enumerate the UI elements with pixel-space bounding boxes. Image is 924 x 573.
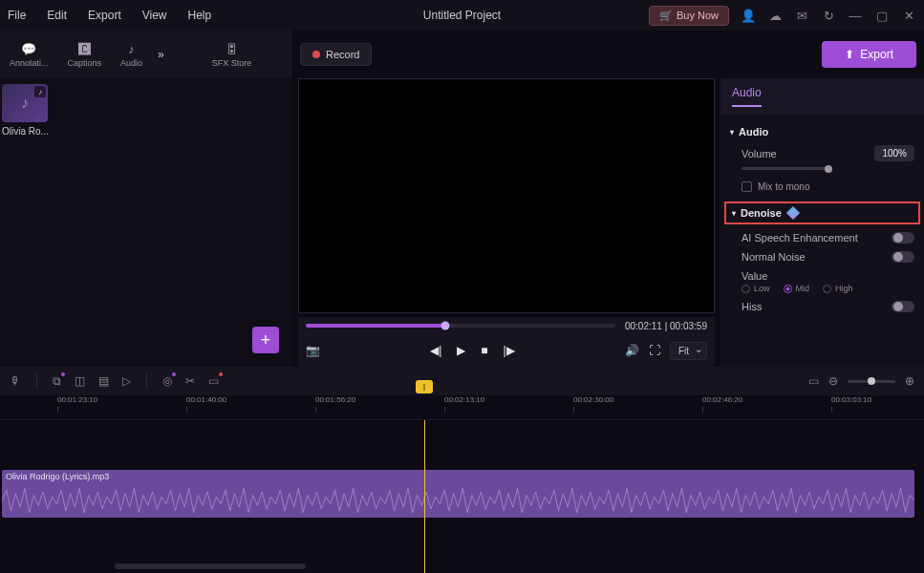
- hiss-toggle[interactable]: [892, 301, 914, 312]
- tab-audio[interactable]: ♪ Audio: [111, 38, 152, 72]
- fullscreen-icon[interactable]: ⛶: [649, 344, 660, 357]
- sfx-icon: 🎛: [226, 42, 238, 56]
- media-panel: ♪ Olivia Ro... +: [0, 78, 292, 367]
- music-badge-icon: ♪: [34, 86, 46, 97]
- zoom-out-icon[interactable]: ⊖: [828, 374, 838, 388]
- preview-progress-bar[interactable]: 00:02:11 | 00:03:59: [298, 317, 715, 334]
- next-frame-icon[interactable]: |▶: [504, 344, 515, 357]
- annotation-icon: 💬: [21, 42, 36, 56]
- maximize-icon[interactable]: ▢: [874, 8, 890, 23]
- section-denoise[interactable]: ▾ Denoise: [724, 202, 920, 224]
- radio-mid[interactable]: [784, 285, 792, 293]
- export-button[interactable]: ⬆ Export: [822, 41, 916, 68]
- radio-high-label: High: [835, 284, 853, 293]
- tab-label: Audio: [120, 58, 142, 68]
- waveform: [2, 483, 914, 518]
- mix-to-mono-label: Mix to mono: [758, 181, 809, 192]
- caret-down-icon: ▾: [730, 128, 734, 137]
- radio-low[interactable]: [741, 285, 750, 293]
- prev-frame-icon[interactable]: ◀|: [430, 344, 441, 357]
- cloud-icon[interactable]: ☁: [767, 8, 783, 23]
- tab-captions[interactable]: 🅲 Captions: [58, 38, 112, 72]
- mail-icon[interactable]: ✉: [794, 8, 809, 23]
- timeline-tracks[interactable]: ‖ Olivia Rodrigo (Lyrics).mp3: [0, 420, 924, 573]
- tab-label: SFX Store: [212, 58, 252, 68]
- marker-icon[interactable]: ▭: [808, 374, 819, 388]
- main-area: ♪ Olivia Ro... + 00:02:11 | 00:03:59 📷 ◀…: [0, 78, 924, 367]
- value-label: Value: [741, 270, 767, 282]
- close-icon[interactable]: ✕: [901, 8, 916, 23]
- zoom-fit-select[interactable]: Fit: [670, 342, 707, 360]
- ai-speech-toggle[interactable]: [892, 232, 914, 244]
- menu-view[interactable]: View: [142, 9, 167, 22]
- volume-label: Volume: [741, 148, 777, 159]
- cut-icon[interactable]: ✂: [185, 374, 195, 388]
- tool-6-icon[interactable]: ▭: [208, 374, 219, 388]
- tool-3-icon[interactable]: ▤: [98, 374, 109, 388]
- media-item-label: Olivia Ro...: [2, 126, 292, 137]
- record-button[interactable]: Record: [300, 43, 372, 66]
- preview-total-time: 00:03:59: [670, 321, 707, 331]
- normal-noise-label: Normal Noise: [741, 251, 806, 263]
- mic-icon[interactable]: 🎙: [10, 374, 21, 388]
- record-label: Record: [326, 49, 359, 60]
- ruler-mark: 00:01:56:20: [315, 395, 355, 404]
- timeline-toolbar: 🎙 ⧉ ◫ ▤ ▷ ◎ ✂ ▭ ▭ ⊖ ⊕: [0, 367, 924, 395]
- clip-title: Olivia Rodrigo (Lyrics).mp3: [6, 472, 109, 481]
- tool-4-icon[interactable]: ▷: [122, 374, 131, 388]
- media-thumbnail[interactable]: ♪: [2, 84, 48, 122]
- menu-help[interactable]: Help: [188, 9, 212, 22]
- tab-sfx-store[interactable]: 🎛 SFX Store: [203, 38, 262, 72]
- secondary-toolbar: 💬 Annotati... 🅲 Captions ♪ Audio » 🎛 SFX…: [0, 31, 924, 78]
- captions-icon: 🅲: [78, 42, 91, 56]
- caret-down-icon: ▾: [732, 209, 736, 218]
- radio-low-label: Low: [754, 284, 770, 293]
- snapshot-icon[interactable]: 📷: [306, 344, 320, 357]
- mix-to-mono-checkbox[interactable]: [741, 181, 752, 192]
- account-icon[interactable]: 👤: [741, 8, 756, 23]
- timeline-ruler[interactable]: 00:01:23:10 00:01:40:00 00:01:56:20 00:0…: [0, 395, 924, 420]
- normal-noise-toggle[interactable]: [892, 251, 914, 263]
- tool-2-icon[interactable]: ◫: [75, 374, 85, 388]
- zoom-slider[interactable]: [848, 380, 895, 383]
- section-label: Denoise: [741, 207, 782, 219]
- volume-icon[interactable]: 🔊: [625, 344, 639, 357]
- tab-annotations[interactable]: 💬 Annotati...: [0, 38, 58, 72]
- ruler-mark: 00:02:46:20: [702, 395, 742, 404]
- audio-icon: ♪: [128, 42, 135, 56]
- zoom-in-icon[interactable]: ⊕: [905, 374, 914, 388]
- properties-panel: Audio ▾ Audio Volume 100% Mix to mono ▾ …: [720, 78, 924, 367]
- ai-speech-label: AI Speech Enhancement: [741, 232, 858, 244]
- timeline-scrollbar[interactable]: [115, 563, 306, 569]
- menu-export[interactable]: Export: [88, 9, 121, 22]
- add-media-button[interactable]: +: [252, 327, 279, 353]
- menu-edit[interactable]: Edit: [47, 9, 67, 22]
- radio-mid-label: Mid: [796, 284, 810, 293]
- refresh-icon[interactable]: ↻: [821, 8, 836, 23]
- section-label: Audio: [739, 126, 768, 138]
- radio-high[interactable]: [823, 285, 831, 293]
- volume-slider[interactable]: [741, 167, 832, 170]
- play-icon[interactable]: ▶: [457, 344, 465, 357]
- preview-canvas: [298, 78, 715, 313]
- stop-icon[interactable]: ■: [481, 344, 487, 357]
- menu-file[interactable]: File: [8, 9, 26, 22]
- record-dot-icon: [312, 51, 320, 58]
- preview-panel: 00:02:11 | 00:03:59 📷 ◀| ▶ ■ |▶ 🔊 ⛶ Fit: [292, 78, 720, 367]
- more-tabs-icon[interactable]: »: [158, 48, 164, 61]
- tool-5-icon[interactable]: ◎: [162, 374, 172, 388]
- minimize-icon[interactable]: —: [848, 8, 863, 23]
- export-label: Export: [860, 48, 893, 61]
- section-audio[interactable]: ▾ Audio: [730, 122, 914, 141]
- ruler-mark: 00:02:13:10: [444, 395, 484, 404]
- ruler-mark: 00:02:30:00: [573, 395, 613, 404]
- premium-diamond-icon: [786, 206, 800, 220]
- preview-current-time: 00:02:11: [625, 321, 662, 331]
- properties-tab-audio[interactable]: Audio: [732, 86, 762, 107]
- buy-now-button[interactable]: 🛒 Buy Now: [649, 6, 729, 26]
- buy-now-label: Buy Now: [677, 10, 719, 21]
- ruler-mark: 00:01:23:10: [57, 395, 97, 404]
- playhead-handle[interactable]: ‖: [416, 380, 433, 393]
- audio-clip[interactable]: Olivia Rodrigo (Lyrics).mp3: [2, 470, 914, 518]
- tool-1-icon[interactable]: ⧉: [53, 374, 61, 388]
